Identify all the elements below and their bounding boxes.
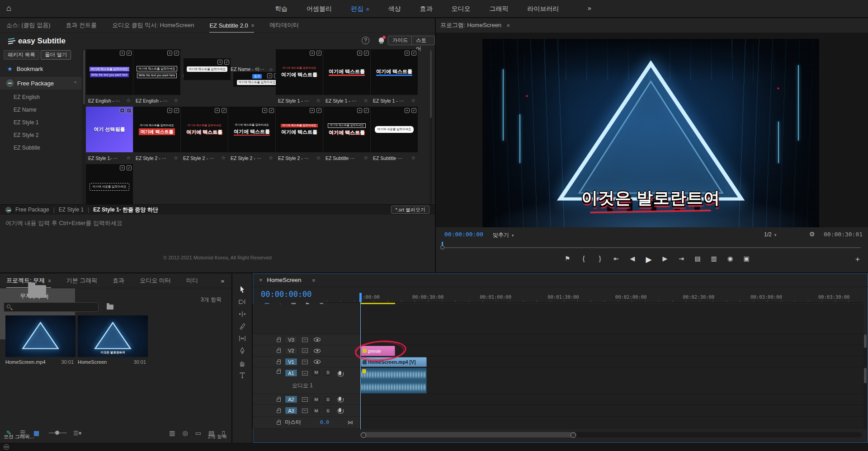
store-button[interactable]: 스토어 [411, 36, 435, 45]
select-checkbox-icon[interactable] [127, 108, 132, 113]
list-view-button[interactable]: ☰ [20, 429, 33, 437]
fit-dropdown[interactable]: 맞추기 [493, 231, 514, 239]
sidebar-item[interactable]: EZ English [0, 91, 82, 103]
template-cell[interactable]: 여기에 텍스트를 입력하세요 여기에 텍스트를 EZ Style 1 - ··· [276, 49, 323, 106]
razor-tool-button[interactable] [232, 320, 252, 332]
select-checkbox-icon[interactable] [364, 108, 369, 113]
playback-resolution-dropdown[interactable]: 1/2 [764, 231, 796, 238]
mute-button[interactable]: M [313, 369, 320, 376]
track-lock-icon[interactable] [277, 371, 281, 374]
select-checkbox-icon[interactable] [411, 51, 416, 56]
sidebar-item[interactable]: EZ Name [0, 103, 82, 116]
scrubber-handle[interactable] [440, 245, 444, 249]
home-icon[interactable]: ⌂ [6, 4, 11, 13]
add-to-folder-icon[interactable] [405, 51, 410, 56]
sidebar-item[interactable]: EZ Style 1 [0, 116, 82, 129]
workspace-tab[interactable]: 효과 [420, 5, 432, 13]
track-visibility-icon[interactable] [314, 360, 321, 364]
select-checkbox-icon[interactable] [411, 108, 416, 113]
pen-tool-button[interactable] [232, 344, 252, 357]
scrubber-track[interactable] [442, 247, 861, 248]
sidebar-item-free-package[interactable]: Free Package ^ [0, 77, 82, 89]
add-to-folder-icon[interactable] [167, 51, 172, 56]
source-patch-icon[interactable] [302, 360, 308, 364]
template-cell[interactable]: 여기에 텍스트를 입력하세요 EZ Name - 이··· [181, 49, 228, 106]
workspace-menu-icon[interactable]: ≡ [366, 6, 369, 12]
workspace-tab[interactable]: 그래픽 [489, 5, 508, 13]
panel-tab[interactable]: 기본 그래픽 [66, 273, 98, 288]
hand-tool-button[interactable] [232, 357, 252, 369]
project-item-sequence[interactable]: 이것은 발로란트여 HomeScreen 30:01 [78, 315, 148, 365]
source-patch-icon[interactable] [302, 338, 308, 342]
add-to-folder-icon[interactable] [262, 108, 267, 113]
track-lock-icon[interactable] [277, 422, 281, 425]
track-select-forward-tool-button[interactable] [232, 296, 252, 308]
clip-homescreen-video[interactable]: HomeScreen.mp4 [V] [361, 357, 427, 367]
clear-button[interactable]: ▯ [222, 429, 225, 437]
template-cell[interactable]: 여기에 텍스트를 EZ Style 1 - ··· [323, 49, 370, 106]
track-v1-lane[interactable] [360, 357, 863, 367]
sidebar-item[interactable]: EZ Style 2 [0, 129, 82, 141]
sort-icons-button[interactable]: ☰▾ [73, 430, 91, 437]
folder-icon[interactable] [107, 305, 113, 310]
add-to-folder-icon[interactable] [310, 51, 315, 56]
workspace-overflow-icon[interactable]: » [588, 5, 591, 12]
workspace-tab[interactable]: 색상 [388, 5, 401, 13]
timeline-timecode[interactable]: 00:00:00:00 [261, 290, 312, 299]
add-to-folder-icon[interactable] [215, 108, 220, 113]
writing-tool-icon[interactable]: ✎ [6, 429, 20, 437]
extract-button[interactable]: ▥ [706, 255, 722, 264]
help-icon[interactable]: ? [362, 37, 369, 44]
slip-tool-button[interactable] [232, 332, 252, 344]
mute-button[interactable]: M [313, 396, 320, 403]
workspace-tab[interactable]: 편집 ≡ [351, 5, 369, 13]
search-input[interactable] [4, 302, 99, 312]
guide-button[interactable]: 가이드 [388, 36, 413, 45]
panel-menu-icon[interactable]: ≡ [48, 278, 51, 283]
favorite-star-icon[interactable] [126, 98, 131, 103]
panel-overflow-icon[interactable]: » [221, 277, 224, 284]
favorite-star-icon[interactable] [363, 98, 368, 103]
track-a1-lane[interactable] [360, 367, 863, 394]
solo-button[interactable]: S [325, 369, 331, 376]
panel-tab[interactable]: 효과 컨트롤 [66, 18, 97, 33]
scrollbar-handle[interactable] [360, 432, 576, 437]
timeline-playhead[interactable] [360, 293, 361, 429]
track-visibility-icon[interactable] [314, 338, 321, 342]
timeline-horizontal-scrollbar[interactable] [360, 432, 862, 437]
select-checkbox-icon[interactable] [174, 108, 179, 113]
template-cell[interactable]: 여기 선택됨를 EZ Style 1- ··· [86, 107, 133, 164]
panel-tab[interactable]: 미디 [186, 273, 198, 288]
track-name-a2[interactable]: A2 [285, 395, 297, 403]
source-patch-icon[interactable] [302, 371, 308, 376]
step-back-button[interactable]: ◀ [624, 255, 641, 264]
add-to-folder-icon[interactable] [217, 60, 222, 65]
track-name-v3[interactable]: V3 [285, 336, 297, 343]
panel-tab[interactable]: EZ Subtitle 2.0 ≡ [209, 18, 254, 33]
template-cell[interactable]: 여기에 텍스트를 입력하세요 여기에 텍스트를 EZ Subtitle ··· [323, 107, 370, 164]
selection-tool-button[interactable] [232, 283, 252, 296]
clip-preview-graphic[interactable]: previe [361, 346, 395, 356]
favorite-star-icon[interactable] [316, 98, 321, 103]
favorite-star-icon[interactable] [316, 155, 321, 161]
program-monitor-video[interactable]: 이것은 발로란트여 [482, 39, 819, 227]
notification-bell-icon[interactable] [379, 38, 384, 42]
track-lock-icon[interactable] [277, 410, 281, 413]
export-frame-button[interactable]: ◉ [722, 255, 738, 264]
track-lock-icon[interactable] [277, 361, 281, 364]
add-to-folder-icon[interactable] [310, 108, 315, 113]
template-cell[interactable]: 여기에 텍스트를 EZ Style 1 - ··· [371, 49, 418, 106]
project-item-video[interactable]: HomeScreen.mp4 30:01 [5, 315, 75, 365]
track-a3-lane[interactable] [360, 405, 863, 417]
favorite-star-icon[interactable] [363, 155, 368, 161]
automate-to-sequence-button[interactable]: ▥ [169, 429, 175, 437]
template-cell[interactable]: 여기에 텍스트를 입력하세요 여기에 텍스트를 EZ Style 2 - ··· [228, 107, 275, 164]
chevron-up-icon[interactable]: ^ [74, 81, 76, 86]
add-marker-button[interactable]: ⚑ [559, 255, 576, 264]
add-to-folder-icon[interactable] [120, 165, 125, 170]
program-scrubber[interactable] [436, 242, 868, 252]
type-tool-button[interactable] [232, 369, 252, 381]
track-v3-lane[interactable] [360, 334, 863, 345]
new-bin-button[interactable]: ▭ [195, 429, 201, 437]
track-name-v1[interactable]: V1 [285, 358, 297, 366]
